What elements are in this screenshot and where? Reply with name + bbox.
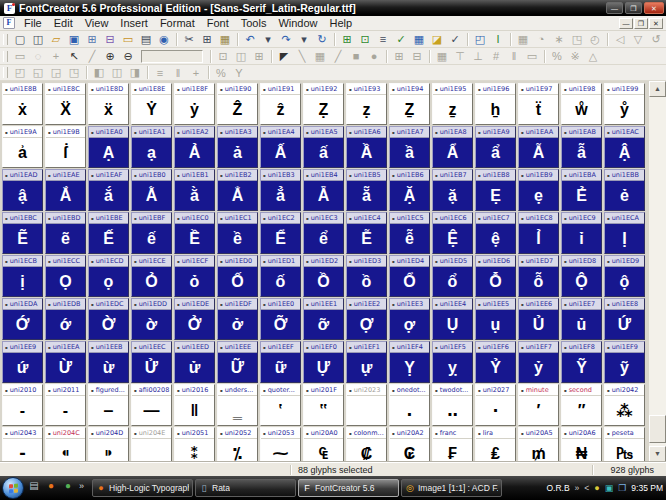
zoom-out-icon[interactable]: ⊖ xyxy=(119,48,137,65)
glyph-cell-uni1EC1[interactable]: uni1EC1ề xyxy=(217,212,258,254)
mdi-restore-button[interactable]: ❐ xyxy=(634,18,648,29)
font-preview-icon[interactable]: ◰ xyxy=(471,31,489,48)
glyph-cell-uni1EDA[interactable]: uni1EDAỚ xyxy=(2,298,43,340)
firefox-icon[interactable]: ● xyxy=(45,480,57,492)
glyph-cell-uni1E92[interactable]: uni1E92Ẓ xyxy=(303,83,344,125)
glyph-cell-uni204E[interactable]: uni204E xyxy=(131,427,172,462)
glyph-cell-uni1EBC[interactable]: uni1EBCẼ xyxy=(2,212,43,254)
menu-item-window[interactable]: Window xyxy=(272,16,323,30)
glyph-cell-uni1EA4[interactable]: uni1EA4Ấ xyxy=(260,126,301,168)
glyph-cell-uni1EB0[interactable]: uni1EB0Ằ xyxy=(131,169,172,211)
glyph-cell-uni1EB6[interactable]: uni1EB6Ặ xyxy=(389,169,430,211)
center-in-glyph-icon[interactable]: + xyxy=(187,64,205,81)
glyph-cell-uni1E8C[interactable]: uni1E8CẌ xyxy=(45,83,86,125)
size-combobox[interactable] xyxy=(141,50,203,63)
toolbar-grip[interactable] xyxy=(3,51,8,62)
glyph-cell-uni1EDF[interactable]: uni1EDFở xyxy=(217,298,258,340)
align-center-icon[interactable]: ◫ xyxy=(108,64,126,81)
font-validation-icon[interactable]: ✓ xyxy=(392,31,410,48)
glyph-cell-quoter[interactable]: quoter...‛ xyxy=(260,384,301,426)
glyph-cell-uni1EF9[interactable]: uni1EF9ỹ xyxy=(604,341,645,383)
glyph-cell-uni1EE8[interactable]: uni1EE8Ứ xyxy=(604,298,645,340)
task-acdsee-image1[interactable]: ◎Image1 [1:1] : ACD F... xyxy=(401,479,502,497)
open-installed-font-icon[interactable]: ◫ xyxy=(29,31,47,48)
glyph-cell-uni1EF7[interactable]: uni1EF7ỷ xyxy=(518,341,559,383)
autohint-icon[interactable]: ◴ xyxy=(586,31,604,48)
scroll-up-button[interactable]: ▲ xyxy=(649,81,666,97)
task-fontcreator[interactable]: FFontCreator 5.6 xyxy=(298,479,399,497)
menu-item-font[interactable]: Font xyxy=(201,16,235,30)
glyph-cell-uni1EE4[interactable]: uni1EE4Ụ xyxy=(432,298,473,340)
glyph-cell-uni1EF8[interactable]: uni1EF8Ỹ xyxy=(561,341,602,383)
messenger-icon[interactable]: ● xyxy=(62,480,74,492)
glyph-cell-uni2042[interactable]: uni2042⁂ xyxy=(604,384,645,426)
glyph-cell-colonm[interactable]: colonm...₡ xyxy=(346,427,387,462)
redo-options-icon[interactable]: ▾ xyxy=(295,31,313,48)
bring-to-front-icon[interactable]: ◰ xyxy=(11,64,29,81)
glyph-cell-uni1ED0[interactable]: uni1ED0Ố xyxy=(217,255,258,297)
glyph-cell-figured[interactable]: figured...‒ xyxy=(88,384,129,426)
open-icon[interactable]: ▱ xyxy=(47,31,65,48)
distribute-horizontal-icon[interactable]: ≡ xyxy=(151,64,169,81)
points-dropdown-icon[interactable]: ⊡ xyxy=(214,48,232,65)
glyph-cell-uni2051[interactable]: uni2051⁑ xyxy=(174,427,215,462)
glyph-cell-second[interactable]: second″ xyxy=(561,384,602,426)
glyph-cell-uni1E97[interactable]: uni1E97ẗ xyxy=(518,83,559,125)
glyph-cell-uni1E91[interactable]: uni1E91ẑ xyxy=(260,83,301,125)
glyph-cell-afii00208[interactable]: afii00208― xyxy=(131,384,172,426)
glyph-cell-uni1E98[interactable]: uni1E98ẘ xyxy=(561,83,602,125)
glyph-cell-uni1EAA[interactable]: uni1EAAẪ xyxy=(518,126,559,168)
glyph-cell-uni1EAB[interactable]: uni1EABẫ xyxy=(561,126,602,168)
glyph-cell-unders[interactable]: unders...‗ xyxy=(217,384,258,426)
glyph-cell-uni1EDD[interactable]: uni1EDDờ xyxy=(131,298,172,340)
glyph-cell-uni1EEB[interactable]: uni1EEBừ xyxy=(88,341,129,383)
glyph-cell-uni1E9A[interactable]: uni1E9Aẚ xyxy=(2,126,43,168)
export-icon[interactable]: ◳ xyxy=(568,31,586,48)
glyph-cell-uni1EE3[interactable]: uni1EE3ợ xyxy=(389,298,430,340)
image-tool-icon[interactable]: ▦ xyxy=(311,48,329,65)
toolbar-grip[interactable] xyxy=(3,34,8,45)
tray-collapse-arrow[interactable]: < xyxy=(584,483,589,493)
align-left-icon[interactable]: ◧ xyxy=(90,64,108,81)
glyph-cell-uni1EE9[interactable]: uni1EE9ứ xyxy=(2,341,43,383)
insert-characters-icon[interactable]: ⊡ xyxy=(356,31,374,48)
glyph-cell-uni1EA9[interactable]: uni1EA9ẩ xyxy=(475,126,516,168)
flip-vertical-icon[interactable]: ▽ xyxy=(629,31,647,48)
glyph-cell-uni1EA1[interactable]: uni1EA1ạ xyxy=(131,126,172,168)
insert-glyphs-icon[interactable]: ⊞ xyxy=(338,31,356,48)
glyph-cell-uni1E93[interactable]: uni1E93ẓ xyxy=(346,83,387,125)
scale-percent-icon[interactable]: % xyxy=(548,48,566,65)
point-mode-icon[interactable]: ◌ xyxy=(29,48,47,65)
eraser-icon[interactable]: ◔ xyxy=(532,31,550,48)
glyph-cell-uni1EC9[interactable]: uni1EC9ỉ xyxy=(561,212,602,254)
new-project-icon[interactable]: ▭ xyxy=(119,31,137,48)
glyph-cell-uni2016[interactable]: uni2016‖ xyxy=(174,384,215,426)
glyph-cell-uni2052[interactable]: uni2052⁒ xyxy=(217,427,258,462)
glyph-cell-uni1EE7[interactable]: uni1EE7ủ xyxy=(561,298,602,340)
glyph-cell-uni20A0[interactable]: uni20A0₠ xyxy=(303,427,344,462)
glyph-cell-uni201F[interactable]: uni201F‟ xyxy=(303,384,344,426)
glyph-cell-uni1EED[interactable]: uni1EEDử xyxy=(174,341,215,383)
glyph-cell-uni1EE0[interactable]: uni1EE0Ỡ xyxy=(260,298,301,340)
glyph-cell-uni1EB8[interactable]: uni1EB8Ẹ xyxy=(475,169,516,211)
mdi-close-button[interactable]: ✕ xyxy=(649,18,663,29)
glyph-cell-uni2053[interactable]: uni2053⁓ xyxy=(260,427,301,462)
glyph-cell-uni1EEF[interactable]: uni1EEFữ xyxy=(260,341,301,383)
task-rata[interactable]: ▯Rata xyxy=(195,479,296,497)
align-right-icon[interactable]: ◨ xyxy=(126,64,144,81)
glyph-cell-uni1EEC[interactable]: uni1EECỬ xyxy=(131,341,172,383)
glyph-cell-onedot[interactable]: onedot...․ xyxy=(389,384,430,426)
glyph-transformer-icon[interactable]: ▦ xyxy=(410,31,428,48)
knife-tool-icon[interactable]: ╲ xyxy=(293,48,311,65)
rectangle-tool-icon[interactable]: ■ xyxy=(347,48,365,65)
bring-forward-icon[interactable]: ◲ xyxy=(47,64,65,81)
menu-item-insert[interactable]: Insert xyxy=(114,16,154,30)
glyph-cell-uni1E99[interactable]: uni1E99ẙ xyxy=(604,83,645,125)
glyph-cell-uni1E94[interactable]: uni1E94Ẕ xyxy=(389,83,430,125)
save-icon[interactable]: ▣ xyxy=(65,31,83,48)
glyph-cell-uni1EC7[interactable]: uni1EC7ệ xyxy=(475,212,516,254)
glyph-cell-franc[interactable]: franc₣ xyxy=(432,427,473,462)
save-all-icon[interactable]: ⊞ xyxy=(83,31,101,48)
show-bounds-icon[interactable]: ▭ xyxy=(523,48,541,65)
glyph-cell-uni1ED3[interactable]: uni1ED3ồ xyxy=(346,255,387,297)
